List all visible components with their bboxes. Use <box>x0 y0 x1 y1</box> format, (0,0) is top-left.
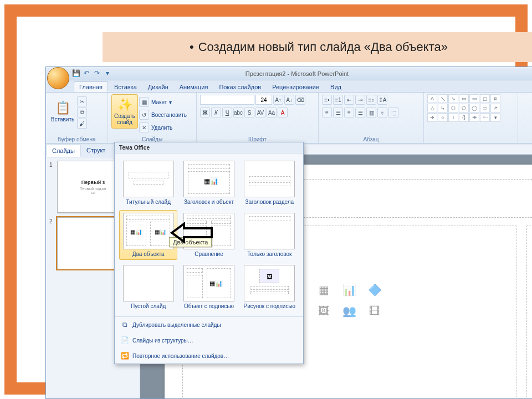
redo-icon[interactable]: ↷ <box>93 69 101 78</box>
shapes-gallery[interactable]: A＼↘▭▭▢≋ △↳⬡⬠◯⬭↗ ➜☆♀{}⬲⬳▾ <box>427 94 514 122</box>
numbering-icon[interactable]: ≡1 <box>333 95 343 105</box>
strike-icon[interactable]: abc <box>233 108 243 117</box>
char-spacing-icon[interactable]: AV <box>255 108 265 117</box>
layout-button[interactable]: ▦Макет▾ <box>139 97 187 107</box>
presentation-frame: Создадим новый тип слайда «Два объекта» … <box>4 4 528 395</box>
copy-icon[interactable]: ⧉ <box>77 108 87 117</box>
align-left-icon[interactable]: ≡ <box>322 108 332 117</box>
svg-marker-0 <box>172 224 212 242</box>
office-button[interactable] <box>47 67 69 89</box>
align-right-icon[interactable]: ≡ <box>344 108 354 117</box>
bold-icon[interactable]: Ж <box>200 108 210 117</box>
qat-dropdown-icon[interactable]: ▾ <box>103 69 112 78</box>
columns-icon[interactable]: ▥ <box>366 108 376 117</box>
align-text-icon[interactable]: ⎀ <box>377 108 387 117</box>
outline-icon: 📄 <box>120 336 129 345</box>
tab-design[interactable]: Дизайн <box>143 82 173 92</box>
delete-icon: ✕ <box>139 122 149 132</box>
group-clipboard: 📋 Вставить ✂ ⧉ 🖌 Буфер обмена <box>46 93 108 143</box>
tab-view[interactable]: Вид <box>325 82 346 92</box>
clear-format-icon[interactable]: ⌫ <box>295 95 305 105</box>
shrink-font-icon[interactable]: A↓ <box>284 95 294 105</box>
undo-icon[interactable]: ↶ <box>82 69 91 78</box>
layout-blank[interactable]: Пустой слайд <box>119 262 177 312</box>
clipboard-icon: 📋 <box>55 101 70 115</box>
new-slide-button[interactable]: ✨ Создать слайд <box>111 94 138 129</box>
insert-smartart-icon[interactable]: 🔷 <box>364 281 386 299</box>
font-size-combo[interactable]: 24 <box>255 95 272 105</box>
reset-button[interactable]: ↺Восстановить <box>139 110 187 120</box>
group-label-paragraph: Абзац <box>319 136 423 142</box>
insert-media-icon[interactable]: 🎞 <box>364 302 386 320</box>
group-font: 24 A↑ A↓ ⌫ Ж К Ч abc S AV Aa A Шрифт <box>197 93 319 143</box>
tab-insert[interactable]: Вставка <box>109 82 142 92</box>
layout-title-content[interactable]: ▦📊 Заголовок и объект <box>180 158 238 208</box>
change-case-icon[interactable]: Aa <box>267 108 277 117</box>
layout-content-caption[interactable]: ▦📊 Объект с подписью <box>180 262 238 312</box>
window-title: Презентация2 - Microsoft PowerPoint <box>245 70 349 77</box>
group-paragraph: ≡• ≡1 ⇤ ⇥ ≡↕ ↧A ≡ ☰ ≡ ☰ ▥ ⎀ ⬚ Абзац <box>319 93 424 143</box>
layout-title-slide[interactable]: Титульный слайд <box>119 158 177 208</box>
ribbon-tabs: Главная Вставка Дизайн Анимация Показ сл… <box>46 80 532 93</box>
cut-icon[interactable]: ✂ <box>77 96 87 106</box>
insert-picture-icon[interactable]: 🖼 <box>313 302 335 320</box>
gallery-footer: ⧉ Дублировать выделенные слайды 📄 Слайды… <box>115 316 303 364</box>
quick-access-toolbar: 💾 ↶ ↷ ▾ <box>71 69 112 78</box>
insert-clipart-icon[interactable]: 👥 <box>338 302 360 320</box>
underline-icon[interactable]: Ч <box>222 108 232 117</box>
tab-outline[interactable]: Структ <box>81 145 111 157</box>
justify-icon[interactable]: ☰ <box>355 108 365 117</box>
menu-reuse-slides[interactable]: 🔁 Повторное использование слайдов… <box>115 348 303 364</box>
font-color-icon[interactable]: A <box>278 108 288 117</box>
tab-animation[interactable]: Анимация <box>175 82 213 92</box>
italic-icon[interactable]: К <box>211 108 221 117</box>
tab-home[interactable]: Главная <box>74 81 108 92</box>
font-family-combo[interactable] <box>200 95 254 105</box>
dec-indent-icon[interactable]: ⇤ <box>344 95 354 105</box>
layout-section-header[interactable]: Заголовок раздела <box>241 158 299 208</box>
group-slides: ✨ Создать слайд ▦Макет▾ ↺Восстановить ✕У… <box>108 93 197 143</box>
titlebar: Презентация2 - Microsoft PowerPoint 💾 ↶ … <box>46 67 532 80</box>
instruction-banner: Создадим новый тип слайда «Два объекта» <box>103 32 532 62</box>
save-icon[interactable]: 💾 <box>71 69 80 78</box>
reuse-icon: 🔁 <box>120 351 129 360</box>
shadow-icon[interactable]: S <box>244 108 254 117</box>
group-label-clipboard: Буфер обмена <box>46 136 108 142</box>
delete-button[interactable]: ✕Удалить <box>139 122 187 132</box>
tab-slideshow[interactable]: Показ слайдов <box>214 82 266 92</box>
line-spacing-icon[interactable]: ≡↕ <box>366 95 376 105</box>
duplicate-icon: ⧉ <box>120 320 129 329</box>
format-painter-icon[interactable]: 🖌 <box>77 119 87 129</box>
gallery-header: Тема Office <box>115 142 303 154</box>
bullets-icon[interactable]: ≡• <box>322 95 332 105</box>
ribbon: 📋 Вставить ✂ ⧉ 🖌 Буфер обмена ✨ Соз <box>46 93 532 144</box>
align-center-icon[interactable]: ☰ <box>333 108 343 117</box>
group-shapes: A＼↘▭▭▢≋ △↳⬡⬠◯⬭↗ ➜☆♀{}⬲⬳▾ <box>424 93 518 143</box>
paste-button[interactable]: 📋 Вставить <box>49 94 76 129</box>
reset-icon: ↺ <box>139 110 149 120</box>
menu-slides-from-outline[interactable]: 📄 Слайды из структуры… <box>115 332 303 348</box>
insert-table-icon[interactable]: ▦ <box>313 281 335 299</box>
layout-title-only[interactable]: Только заголовок <box>241 210 299 260</box>
text-direction-icon[interactable]: ↧A <box>377 95 387 105</box>
menu-duplicate-slides[interactable]: ⧉ Дублировать выделенные слайды <box>115 317 303 332</box>
content-placeholder-right-edge[interactable] <box>526 226 532 398</box>
insert-chart-icon[interactable]: 📊 <box>338 281 360 299</box>
inc-indent-icon[interactable]: ⇥ <box>355 95 365 105</box>
tab-review[interactable]: Рецензирование <box>267 82 324 92</box>
annotation-arrow <box>170 221 214 245</box>
new-slide-icon: ✨ <box>117 98 132 112</box>
grow-font-icon[interactable]: A↑ <box>273 95 283 105</box>
tab-slides-thumb[interactable]: Слайды <box>46 145 81 157</box>
layout-picture-caption[interactable]: 🖼 Рисунок с подписью <box>241 262 299 312</box>
layout-icon: ▦ <box>139 97 149 107</box>
layout-gallery-popup: Тема Office Титульный слайд ▦📊 Заголовок… <box>114 142 304 364</box>
smartart-icon[interactable]: ⬚ <box>388 108 398 117</box>
layout-two-content[interactable]: ▦📊 ▦📊 Два объекта <box>119 210 177 260</box>
